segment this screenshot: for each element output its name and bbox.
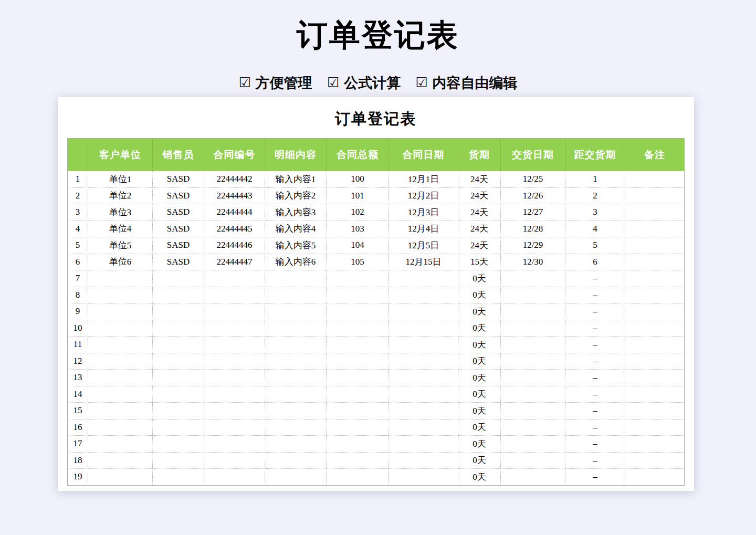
table-cell: 输入内容4 <box>265 221 327 237</box>
table-cell: 0天 <box>458 419 501 436</box>
table-row: 4单位4SASD22444445输入内容410312月4日24天12/284 <box>68 221 685 237</box>
table-cell <box>88 436 153 453</box>
table-cell <box>625 386 685 403</box>
table-cell <box>153 386 204 403</box>
table-cell: – <box>565 320 625 337</box>
table-body: 1单位1SASD22444442输入内容110012月1日24天12/2512单… <box>68 171 685 486</box>
table-cell <box>265 353 327 370</box>
row-number: 17 <box>68 436 88 453</box>
table-row: 170天– <box>68 436 685 453</box>
table-cell <box>389 303 458 320</box>
table-cell <box>327 353 389 370</box>
table-cell <box>153 287 204 303</box>
feature-item: ☑内容自由编辑 <box>415 74 517 92</box>
table-cell <box>153 370 204 386</box>
table-cell <box>625 171 685 188</box>
table-cell <box>625 403 685 419</box>
table-cell <box>389 436 458 453</box>
table-cell <box>204 403 265 419</box>
row-number: 13 <box>68 370 88 386</box>
table-cell: 0天 <box>458 370 501 386</box>
column-header: 合同编号 <box>204 139 265 171</box>
table-cell <box>265 337 327 353</box>
table-cell <box>88 287 153 303</box>
table-cell: 12/28 <box>501 221 565 237</box>
table-cell <box>389 287 458 303</box>
row-number: 3 <box>68 204 88 221</box>
table-row: 1单位1SASD22444442输入内容110012月1日24天12/251 <box>68 171 685 188</box>
table-cell <box>88 270 153 287</box>
table-cell: 5 <box>565 237 625 254</box>
table-cell <box>625 221 685 237</box>
table-cell: 0天 <box>458 452 501 469</box>
table-cell: 0天 <box>458 270 501 287</box>
table-cell: 4 <box>565 221 625 237</box>
table-cell <box>625 254 685 270</box>
table-cell: 12/26 <box>501 187 565 204</box>
table-cell: 0天 <box>458 436 501 453</box>
table-cell <box>153 452 204 469</box>
column-header: 明细内容 <box>265 139 327 171</box>
table-cell <box>327 337 389 353</box>
table-cell: – <box>565 403 625 419</box>
table-cell <box>625 237 685 254</box>
table-cell <box>501 386 565 403</box>
table-cell: 24天 <box>458 204 501 221</box>
table-cell <box>625 270 685 287</box>
row-number: 12 <box>68 353 88 370</box>
table-cell: 24天 <box>458 221 501 237</box>
table-cell <box>327 452 389 469</box>
table-row: 5单位5SASD22444446输入内容510412月5日24天12/295 <box>68 237 685 254</box>
table-cell <box>389 386 458 403</box>
table-cell <box>389 270 458 287</box>
feature-label: 方便管理 <box>256 74 312 92</box>
table-cell <box>88 320 153 337</box>
table-cell: SASD <box>153 171 204 188</box>
page-title: 订单登记表 <box>0 15 756 57</box>
table-cell <box>153 436 204 453</box>
table-cell <box>625 353 685 370</box>
table-cell: 单位4 <box>88 221 153 237</box>
column-header: 交货日期 <box>501 139 565 171</box>
row-number: 5 <box>68 237 88 254</box>
table-cell <box>153 320 204 337</box>
table-cell <box>501 270 565 287</box>
row-number: 16 <box>68 419 88 436</box>
table-cell: 102 <box>327 204 389 221</box>
table-cell: 12月4日 <box>389 221 458 237</box>
table-cell: 12月15日 <box>389 254 458 270</box>
table-cell <box>265 287 327 303</box>
table-row: 140天– <box>68 386 685 403</box>
table-cell <box>265 419 327 436</box>
table-cell: SASD <box>153 237 204 254</box>
table-cell <box>265 469 327 486</box>
row-number: 10 <box>68 320 88 337</box>
table-cell: SASD <box>153 187 204 204</box>
table-cell <box>204 469 265 486</box>
table-cell: 12/29 <box>501 237 565 254</box>
table-cell <box>153 403 204 419</box>
column-header: 销售员 <box>153 139 204 171</box>
table-cell: – <box>565 436 625 453</box>
row-number: 15 <box>68 403 88 419</box>
table-row: 90天– <box>68 303 685 320</box>
table-cell: 22444445 <box>204 221 265 237</box>
feature-list: ☑方便管理☑公式计算☑内容自由编辑 <box>0 74 756 92</box>
table-cell: 单位1 <box>88 171 153 188</box>
table-cell <box>501 469 565 486</box>
table-cell <box>204 419 265 436</box>
feature-label: 内容自由编辑 <box>432 74 517 92</box>
header-row: 客户单位销售员合同编号明细内容合同总额合同日期货期交货日期距交货期备注 <box>68 139 685 171</box>
table-cell <box>88 469 153 486</box>
table-cell: – <box>565 337 625 353</box>
table-cell: 2 <box>565 187 625 204</box>
table-cell: – <box>565 287 625 303</box>
table-cell <box>88 303 153 320</box>
table-cell <box>153 469 204 486</box>
table-cell: 24天 <box>458 187 501 204</box>
table-cell <box>625 452 685 469</box>
table-cell <box>204 303 265 320</box>
table-cell <box>153 337 204 353</box>
table-cell: 3 <box>565 204 625 221</box>
table-cell <box>265 370 327 386</box>
